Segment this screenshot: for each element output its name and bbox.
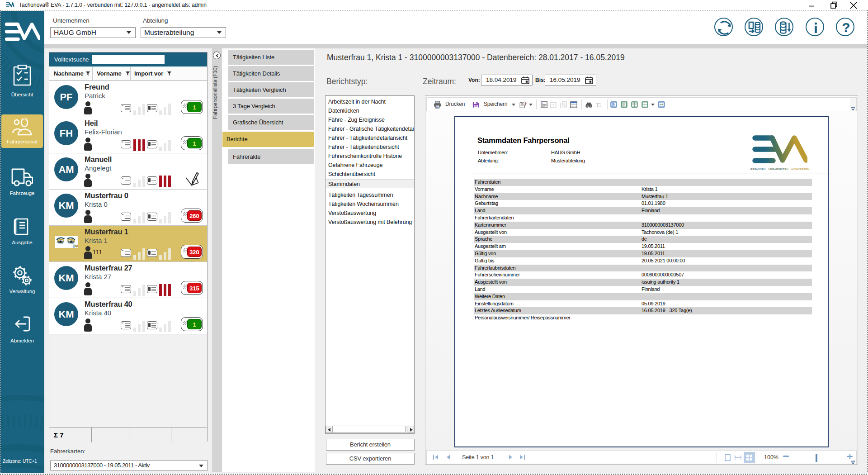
svg-text:T: T (596, 102, 600, 108)
svg-text:?: ? (552, 103, 555, 107)
